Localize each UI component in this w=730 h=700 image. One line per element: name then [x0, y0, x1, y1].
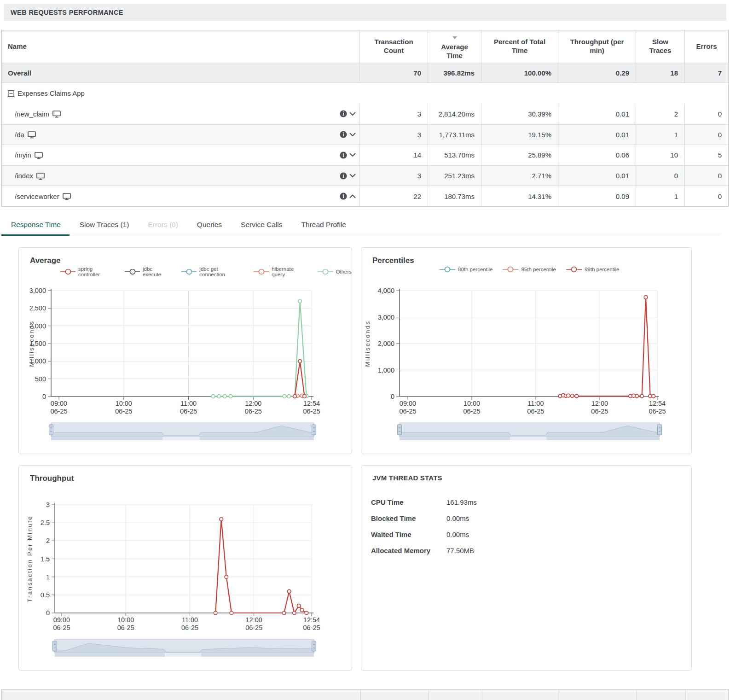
jvm-stat-label: Waited Time — [371, 531, 446, 538]
throughput-panel: Throughput 00.511.522.5309:0006-2510:000… — [18, 465, 352, 671]
navigator-handle[interactable] — [53, 641, 57, 651]
column-header-errors[interactable]: Errors — [684, 30, 728, 63]
column-header-slow-traces[interactable]: Slow Traces — [636, 30, 684, 63]
info-icon[interactable]: i — [340, 192, 347, 200]
table-row[interactable]: /myini14513.70ms25.89%0.06105 — [2, 145, 728, 165]
tab-thread-profile[interactable]: Thread Profile — [301, 221, 347, 235]
detail-tabs: Response TimeSlow Traces (1)Errors (0)Qu… — [11, 216, 719, 235]
jvm-stat-label: Allocated Memory — [371, 547, 446, 554]
column-header-throughput-per-min[interactable]: Throughput (per min) — [558, 30, 636, 63]
metric-value: 22 — [359, 186, 428, 206]
chevron-down-icon[interactable] — [349, 112, 356, 116]
transaction-name[interactable]: /myin — [15, 151, 31, 159]
svg-text:0.5: 0.5 — [41, 591, 50, 599]
svg-text:12:00: 12:00 — [245, 400, 261, 407]
metric-value: 14 — [359, 145, 428, 165]
metric-value: 30.39% — [481, 104, 558, 124]
jvm-stat-value: 0.00ms — [446, 514, 469, 522]
svg-text:0: 0 — [42, 393, 46, 400]
tab-queries[interactable]: Queries — [197, 221, 222, 235]
svg-text:06-25: 06-25 — [181, 624, 198, 631]
metric-value: 3 — [359, 166, 428, 186]
chevron-down-icon[interactable] — [349, 174, 356, 178]
tab-slow-traces-1[interactable]: Slow Traces (1) — [79, 221, 130, 235]
svg-text:06-25: 06-25 — [53, 624, 70, 631]
svg-text:06-25: 06-25 — [303, 408, 320, 415]
tab-errors-0: Errors (0) — [147, 221, 178, 235]
metric-value: 5 — [684, 145, 728, 165]
info-icon[interactable]: i — [340, 172, 347, 180]
metric-value: 3 — [359, 125, 428, 145]
metric-value: 0 — [684, 166, 728, 186]
svg-text:06-25: 06-25 — [527, 408, 544, 415]
browser-monitor-icon — [52, 111, 61, 118]
time-range-navigator[interactable] — [49, 423, 316, 440]
transaction-name[interactable]: /serviceworker — [15, 192, 59, 200]
svg-text:2.5: 2.5 — [41, 519, 50, 526]
info-icon[interactable]: i — [340, 110, 347, 117]
svg-text:Milliseconds: Milliseconds — [28, 321, 35, 367]
table-row[interactable]: /serviceworkeri22180.73ms14.31%0.0910 — [2, 186, 728, 206]
column-header-average-time[interactable]: Average Time — [428, 30, 481, 63]
navigator-handle[interactable] — [312, 641, 316, 651]
svg-text:06-25: 06-25 — [180, 408, 197, 415]
metric-value: 0.01 — [558, 166, 636, 186]
web-requests-table: NameTransaction CountAverage TimePercent… — [1, 30, 729, 207]
svg-text:4,000: 4,000 — [378, 287, 394, 294]
svg-text:06-25: 06-25 — [50, 408, 67, 415]
transaction-name[interactable]: /index — [15, 172, 33, 180]
svg-text:06-25: 06-25 — [115, 408, 132, 415]
navigator-handle[interactable] — [398, 425, 402, 435]
table-row[interactable]: /dai31,773.11ms19.15%0.0110 — [2, 124, 728, 145]
tab-service-calls[interactable]: Service Calls — [240, 221, 283, 235]
svg-text:06-25: 06-25 — [649, 408, 666, 415]
section-header: WEB REQUESTS PERFORMANCE — [4, 4, 726, 21]
svg-text:06-25: 06-25 — [245, 624, 262, 631]
svg-text:12:54: 12:54 — [303, 400, 320, 407]
jvm-stat-row: Blocked Time0.00ms — [371, 510, 477, 526]
percentiles-panel: Percentiles 80th percentile95th percenti… — [361, 247, 692, 454]
overall-label: Overall — [8, 69, 31, 77]
group-row[interactable]: Expenses Claims App — [2, 82, 728, 104]
navigator-handle[interactable] — [312, 425, 316, 435]
svg-text:10:00: 10:00 — [117, 616, 134, 624]
column-header-name[interactable]: Name — [2, 30, 359, 63]
svg-text:1: 1 — [46, 573, 50, 581]
navigator-handle[interactable] — [49, 425, 53, 435]
svg-text:09:00: 09:00 — [53, 616, 70, 624]
svg-text:06-25: 06-25 — [463, 408, 480, 415]
tab-response-time[interactable]: Response Time — [11, 221, 61, 235]
time-range-navigator[interactable] — [53, 639, 316, 657]
browser-monitor-icon — [28, 131, 36, 139]
overall-metric: 100.00% — [481, 63, 558, 82]
time-range-navigator[interactable] — [398, 423, 662, 440]
transaction-name[interactable]: /new_claim — [15, 110, 49, 118]
percentiles-chart: 01,0002,0003,0004,00009:0006-2510:0006-2… — [361, 248, 691, 454]
chevron-up-icon[interactable] — [349, 194, 356, 198]
info-icon[interactable]: i — [340, 131, 347, 138]
chevron-down-icon[interactable] — [349, 133, 356, 137]
column-header-transaction-count[interactable]: Transaction Count — [359, 30, 428, 63]
metric-value: 0 — [636, 166, 684, 186]
svg-text:2,000: 2,000 — [378, 340, 394, 347]
metric-value: 0 — [684, 186, 728, 206]
metric-value: 0.09 — [558, 186, 636, 206]
overall-metric: 70 — [359, 63, 428, 82]
chevron-down-icon[interactable] — [349, 153, 356, 157]
svg-text:10:00: 10:00 — [463, 400, 480, 407]
table-header-row: NameTransaction CountAverage TimePercent… — [2, 30, 728, 63]
navigator-handle[interactable] — [658, 425, 662, 435]
transaction-name[interactable]: /da — [15, 131, 24, 139]
collapse-group-icon[interactable] — [8, 90, 14, 97]
column-header-percent-of-total-time[interactable]: Percent of Total Time — [481, 30, 558, 63]
table-row[interactable]: /indexi3251.23ms2.71%0.0100 — [2, 165, 728, 186]
overall-row: Overall70396.82ms100.00%0.29187 — [2, 63, 728, 82]
table-row[interactable]: /new_claimi32,814.20ms30.39%0.0120 — [2, 104, 728, 124]
metric-value: 0 — [684, 104, 728, 124]
metric-value: 1 — [636, 125, 684, 145]
browser-monitor-icon — [63, 193, 71, 200]
info-icon[interactable]: i — [340, 152, 347, 159]
overall-metric: 0.29 — [558, 63, 636, 82]
jvm-stat-row: Allocated Memory77.50MB — [371, 542, 477, 559]
overall-metric: 396.82ms — [428, 63, 481, 82]
